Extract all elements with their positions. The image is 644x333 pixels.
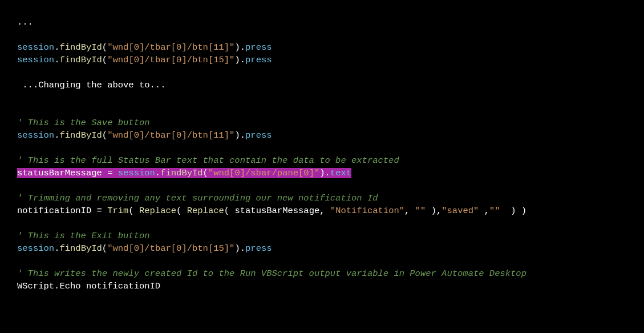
token-property: press (245, 55, 272, 65)
token-method: findById (160, 168, 202, 178)
code-line-press-11b: session.findById("wnd[0]/tbar[0]/btn[11]… (17, 130, 272, 141)
token-function: Replace (187, 206, 224, 216)
code-line-press-15a: session.findById("wnd[0]/tbar[0]/btn[15]… (17, 55, 272, 65)
token-string: "saved" (442, 206, 479, 216)
comment-statusbar: ' This is the full Status Bar text that … (17, 155, 399, 166)
comment-save: ' This is the Save button (17, 118, 150, 128)
highlighted-statusbar-line: statusBarMessage = session.findById("wnd… (17, 168, 351, 178)
token-method: findById (59, 55, 102, 65)
token-string: "" (415, 206, 426, 216)
token-function: Replace (139, 206, 176, 216)
comment-trimming: ' Trimming and removing any text surroun… (17, 193, 378, 203)
token-string: "wnd[0]/sbar/pane[0]" (208, 168, 319, 178)
token-variable: statusBarMessage (17, 168, 102, 178)
token-string: "wnd[0]/tbar[0]/btn[15]" (107, 243, 234, 254)
token-equals: = (102, 168, 118, 178)
token-variable: statusBarMessage (234, 206, 319, 216)
token-function: Trim (107, 206, 128, 216)
comment-exit: ' This is the Exit button (17, 231, 150, 241)
token-string: "" (489, 206, 500, 216)
code-line-wscript: WScript.Echo notificationID (17, 281, 160, 291)
token-object: session (17, 42, 54, 53)
code-line-trim-replace: notificationID = Trim( Replace( Replace(… (17, 206, 526, 216)
token-property: press (245, 42, 272, 53)
ellipsis-line: ... (17, 17, 33, 27)
token-property: text (330, 168, 351, 178)
token-string: "Notification" (330, 206, 404, 216)
token-property: press (245, 130, 272, 141)
token-method: findById (59, 243, 102, 254)
token-object: session (118, 168, 155, 178)
code-line-press-11a: session.findById("wnd[0]/tbar[0]/btn[11]… (17, 42, 272, 53)
token-equals: = (91, 206, 107, 216)
token-object: session (17, 130, 54, 141)
code-block: ... session.findById("wnd[0]/tbar[0]/btn… (0, 0, 644, 308)
changing-line: ...Changing the above to... (17, 80, 165, 90)
token-method: findById (59, 130, 102, 141)
code-line-press-15b: session.findById("wnd[0]/tbar[0]/btn[15]… (17, 243, 272, 254)
token-string: "wnd[0]/tbar[0]/btn[11]" (107, 130, 234, 141)
token-string: "wnd[0]/tbar[0]/btn[11]" (107, 42, 234, 53)
comment-wscript: ' This writes the newly created Id to th… (17, 268, 526, 279)
token-object: session (17, 55, 54, 65)
token-property: press (245, 243, 272, 254)
token-method: findById (59, 42, 102, 53)
token-object: session (17, 243, 54, 254)
token-string: "wnd[0]/tbar[0]/btn[15]" (107, 55, 234, 65)
token-variable: notificationID (17, 206, 91, 216)
